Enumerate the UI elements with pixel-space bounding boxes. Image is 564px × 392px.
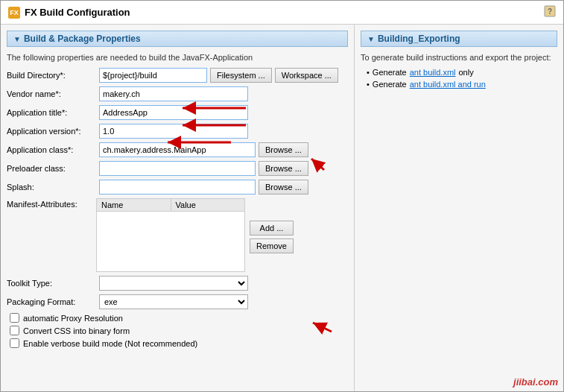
help-icon[interactable]: ? xyxy=(544,5,556,17)
manifest-value-col-header: Value xyxy=(171,199,245,211)
toolkit-type-label: Toolkit Type: xyxy=(7,279,96,288)
manifest-table: Name Value xyxy=(96,198,245,272)
preloader-class-row: Preloader class: Browse ... xyxy=(7,161,348,176)
convert-css-row: Convert CSS into binary form xyxy=(7,326,348,335)
auto-proxy-checkbox[interactable] xyxy=(10,313,19,323)
application-version-row: Application version*: xyxy=(7,124,348,139)
verbose-build-row: Enable verbose build mode (Not recommend… xyxy=(7,338,348,348)
application-title-row: Application title*: xyxy=(7,105,348,120)
manifest-grid: Name Value xyxy=(96,198,245,272)
vendor-name-input[interactable] xyxy=(99,86,248,101)
convert-css-checkbox[interactable] xyxy=(10,326,19,335)
description-text: The following properties are needed to b… xyxy=(7,53,348,62)
section-title: Build & Package Properties xyxy=(24,34,141,44)
preloader-browse-button[interactable]: Browse ... xyxy=(259,161,308,176)
convert-css-label: Convert CSS into binary form xyxy=(23,326,130,335)
building-exporting-section-header: ▼ Building_Exporting xyxy=(361,31,557,47)
application-version-label: Application version*: xyxy=(7,127,96,136)
manifest-table-area: Name Value Add ... Remove xyxy=(96,198,294,272)
manifest-body[interactable] xyxy=(97,212,244,271)
fx-build-configuration-window: FX FX Build Configuration ? ▼ Build & Pa… xyxy=(0,0,564,392)
section-arrow-right: ▼ xyxy=(367,35,375,43)
fx-icon: FX xyxy=(8,7,20,19)
ant-build-xml-run-link[interactable]: ant build.xml and run xyxy=(410,80,486,89)
verbose-build-checkbox[interactable] xyxy=(10,338,19,348)
application-class-browse-button[interactable]: Browse ... xyxy=(259,142,308,157)
application-title-input[interactable] xyxy=(99,105,248,120)
title-bar: FX FX Build Configuration ? xyxy=(1,1,563,25)
title-right-area: ? xyxy=(544,5,556,19)
verbose-build-label: Enable verbose build mode (Not recommend… xyxy=(23,339,197,348)
content-area: ▼ Build & Package Properties The followi… xyxy=(1,25,563,391)
section-arrow: ▼ xyxy=(13,35,21,43)
preloader-class-input[interactable] xyxy=(99,161,256,176)
application-class-input[interactable] xyxy=(99,142,256,157)
link-item-1: Generate ant build.xml only xyxy=(367,68,557,77)
vendor-name-row: Vendor name*: xyxy=(7,86,348,101)
preloader-class-label: Preloader class: xyxy=(7,164,96,173)
right-description: To generate build instructions and expor… xyxy=(361,53,557,62)
build-directory-label: Build Directory*: xyxy=(7,71,96,80)
application-title-label: Application title*: xyxy=(7,108,96,117)
left-panel: ▼ Build & Package Properties The followi… xyxy=(1,25,355,391)
right-section-title: Building_Exporting xyxy=(378,34,460,44)
build-directory-row: Build Directory*: Filesystem ... Workspa… xyxy=(7,68,348,83)
application-version-input[interactable] xyxy=(99,124,248,139)
application-class-row: Application class*: Browse ... xyxy=(7,142,348,157)
splash-input[interactable] xyxy=(99,180,256,195)
toolkit-type-row: Toolkit Type: xyxy=(7,276,348,291)
vendor-name-label: Vendor name*: xyxy=(7,89,96,98)
remove-button[interactable]: Remove xyxy=(250,238,294,253)
packaging-format-row: Packaging Format: exe msi dmg pkg deb rp… xyxy=(7,294,348,309)
right-panel: ▼ Building_Exporting To generate build i… xyxy=(355,25,563,391)
svg-text:?: ? xyxy=(548,7,552,16)
link2-prefix: Generate xyxy=(373,80,407,89)
ant-build-xml-link[interactable]: ant build.xml xyxy=(410,68,456,77)
manifest-buttons: Add ... Remove xyxy=(250,198,294,272)
watermark: jiibai.com xyxy=(513,376,558,388)
add-button[interactable]: Add ... xyxy=(250,221,294,235)
window-title: FX Build Configuration xyxy=(25,7,130,18)
link-item-2: Generate ant build.xml and run xyxy=(367,80,557,89)
splash-label: Splash: xyxy=(7,183,96,192)
build-directory-input[interactable] xyxy=(99,68,207,83)
packaging-format-label: Packaging Format: xyxy=(7,297,96,306)
splash-browse-button[interactable]: Browse ... xyxy=(259,180,308,195)
application-class-label: Application class*: xyxy=(7,145,96,154)
auto-proxy-row: automatic Proxy Resolution xyxy=(7,313,348,323)
auto-proxy-label: automatic Proxy Resolution xyxy=(23,314,123,323)
link1-prefix: Generate xyxy=(373,68,407,77)
links-list: Generate ant build.xml only Generate ant… xyxy=(367,68,557,89)
manifest-label: Manifest-Attributes: xyxy=(7,198,96,209)
manifest-attributes-section: Manifest-Attributes: Name Value xyxy=(7,198,348,272)
link1-suffix: only xyxy=(459,68,474,77)
splash-row: Splash: Browse ... xyxy=(7,180,348,195)
filesystem-button[interactable]: Filesystem ... xyxy=(210,68,272,83)
toolkit-type-select[interactable] xyxy=(99,276,248,291)
build-package-section-header: ▼ Build & Package Properties xyxy=(7,31,348,47)
manifest-header: Name Value xyxy=(97,199,244,212)
packaging-format-select[interactable]: exe msi dmg pkg deb rpm xyxy=(99,294,248,309)
workspace-button[interactable]: Workspace ... xyxy=(275,68,338,83)
manifest-name-col-header: Name xyxy=(97,199,171,211)
